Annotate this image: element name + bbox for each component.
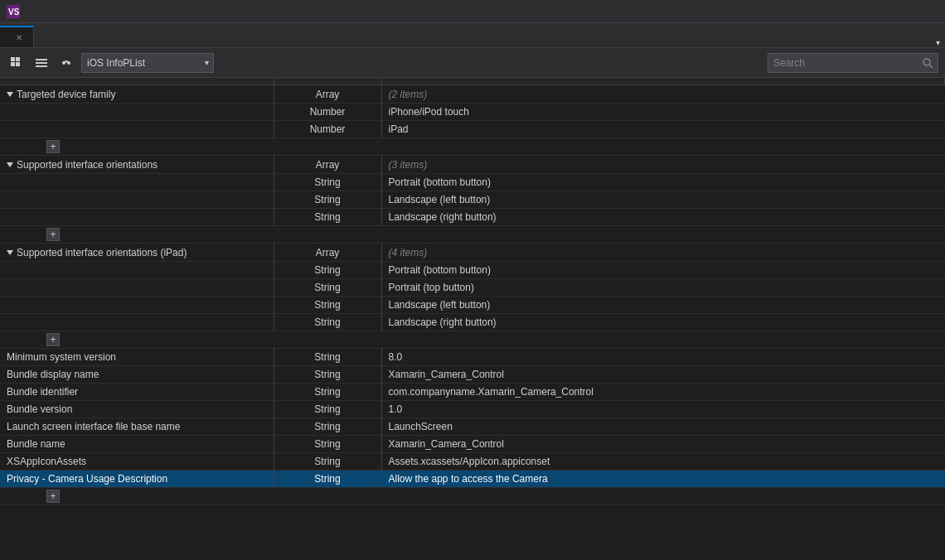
table-header-row <box>0 78 945 85</box>
tab-info-plist[interactable]: ✕ <box>0 26 34 47</box>
svg-rect-3 <box>16 57 20 61</box>
svg-rect-10 <box>67 61 70 65</box>
value-cell[interactable]: Portrait (top button) <box>381 279 945 297</box>
type-cell: String <box>274 401 381 418</box>
table-row[interactable]: StringLandscape (left button) <box>0 191 945 209</box>
value-cell[interactable]: 8.0 <box>381 349 945 366</box>
type-cell: String <box>274 418 381 436</box>
title-bar-left: VS <box>7 5 25 18</box>
value-cell[interactable]: iPad <box>381 121 945 138</box>
category-select-wrapper[interactable]: iOS InfoPList <box>81 53 214 73</box>
table-row[interactable]: Targeted device familyArray(2 items) <box>0 85 945 104</box>
array-count-label: (4 items) <box>389 247 428 258</box>
tab-dropdown[interactable]: ▾ <box>931 38 945 47</box>
table-row[interactable]: StringPortrait (bottom button) <box>0 174 945 191</box>
table-row[interactable]: StringPortrait (top button) <box>0 279 945 297</box>
type-cell: Array <box>274 156 381 174</box>
expand-toggle[interactable]: Supported interface orientations (iPad) <box>7 247 187 258</box>
value-cell[interactable]: 1.0 <box>381 401 945 418</box>
property-label: Bundle display name <box>7 369 99 380</box>
type-cell: String <box>274 297 381 314</box>
add-item-button[interactable]: + <box>46 228 60 241</box>
svg-text:VS: VS <box>8 7 20 17</box>
table-row[interactable]: StringLandscape (left button) <box>0 297 945 314</box>
vs-logo-icon: VS <box>7 5 20 18</box>
value-cell[interactable]: Allow the app to access the Camera <box>381 471 945 488</box>
type-cell: String <box>274 384 381 401</box>
expand-toggle[interactable]: Targeted device family <box>7 89 115 100</box>
type-cell: Number <box>274 104 381 121</box>
table-row[interactable]: Bundle nameStringXamarin_Camera_Control <box>0 436 945 453</box>
table-row[interactable]: StringLandscape (right button) <box>0 314 945 331</box>
toolbar-btn-1[interactable] <box>7 53 27 73</box>
type-cell: String <box>274 174 381 191</box>
table-row[interactable]: Supported interface orientationsArray(3 … <box>0 156 945 174</box>
table-row[interactable]: Launch screen interface file base nameSt… <box>0 418 945 436</box>
type-cell: String <box>274 262 381 279</box>
add-item-button[interactable]: + <box>46 490 60 503</box>
value-cell[interactable]: LaunchScreen <box>381 418 945 436</box>
type-cell: Array <box>274 244 381 262</box>
table-row[interactable]: Minimum system versionString8.0 <box>0 349 945 366</box>
table-row: + <box>0 331 945 349</box>
table-row[interactable]: Bundle display nameStringXamarin_Camera_… <box>0 366 945 384</box>
tab-close-button[interactable]: ✕ <box>13 31 25 43</box>
table-row[interactable]: Bundle identifierStringcom.companyname.X… <box>0 384 945 401</box>
add-item-button[interactable]: + <box>46 140 60 153</box>
svg-rect-9 <box>62 61 65 65</box>
value-cell[interactable]: Landscape (right button) <box>381 314 945 331</box>
search-input[interactable] <box>768 57 918 69</box>
table-row[interactable]: StringLandscape (right button) <box>0 209 945 226</box>
value-cell[interactable]: com.companyname.Xamarin_Camera_Control <box>381 384 945 401</box>
search-icon[interactable] <box>918 53 938 73</box>
array-count-label: (3 items) <box>389 159 428 171</box>
value-cell[interactable]: Portrait (bottom button) <box>381 174 945 191</box>
minimize-button[interactable] <box>869 0 892 23</box>
value-cell[interactable]: Assets.xcassets/AppIcon.appiconset <box>381 453 945 471</box>
list-icon <box>35 56 48 70</box>
property-label: XSAppIconAssets <box>7 456 86 467</box>
value-cell[interactable]: iPhone/iPod touch <box>381 104 945 121</box>
tab-overflow-icon: ▾ <box>936 38 940 47</box>
table-row[interactable]: NumberiPhone/iPod touch <box>0 104 945 121</box>
table-row[interactable]: XSAppIconAssetsStringAssets.xcassets/App… <box>0 453 945 471</box>
category-select[interactable]: iOS InfoPList <box>81 53 214 73</box>
table-row[interactable]: Bundle versionString1.0 <box>0 401 945 418</box>
header-value <box>381 78 945 85</box>
collapse-icon <box>7 162 13 167</box>
value-cell[interactable]: Landscape (right button) <box>381 209 945 226</box>
toolbar-btn-3[interactable] <box>56 53 76 73</box>
value-cell[interactable]: Xamarin_Camera_Control <box>381 436 945 453</box>
close-button[interactable] <box>915 0 938 23</box>
svg-rect-8 <box>36 65 47 67</box>
svg-line-12 <box>929 65 933 68</box>
search-box[interactable] <box>768 53 938 73</box>
toolbar-btn-2[interactable] <box>32 53 51 73</box>
property-label: Targeted device family <box>17 89 115 100</box>
value-cell[interactable]: Landscape (left button) <box>381 191 945 209</box>
maximize-button[interactable] <box>892 0 915 23</box>
expand-toggle[interactable]: Supported interface orientations <box>7 159 158 171</box>
property-label: Privacy - Camera Usage Description <box>7 473 167 485</box>
value-cell: (2 items) <box>381 85 945 104</box>
header-property <box>0 78 274 85</box>
type-cell: Number <box>274 121 381 138</box>
type-cell: String <box>274 209 381 226</box>
type-cell: String <box>274 471 381 488</box>
value-cell[interactable]: Landscape (left button) <box>381 297 945 314</box>
toolbar: iOS InfoPList <box>0 48 945 78</box>
table-row[interactable]: NumberiPad <box>0 121 945 138</box>
table-row[interactable]: StringPortrait (bottom button) <box>0 262 945 279</box>
property-label: Bundle version <box>7 403 72 415</box>
selected-table-row[interactable]: Privacy - Camera Usage DescriptionString… <box>0 471 945 488</box>
type-cell: Array <box>274 85 381 104</box>
plist-table: Targeted device familyArray(2 items)Numb… <box>0 78 945 505</box>
type-cell: String <box>274 279 381 297</box>
table-row: + <box>0 226 945 244</box>
table-row: + <box>0 488 945 505</box>
add-item-button[interactable]: + <box>46 333 60 346</box>
table-row[interactable]: Supported interface orientations (iPad)A… <box>0 244 945 262</box>
value-cell[interactable]: Portrait (bottom button) <box>381 262 945 279</box>
value-cell[interactable]: Xamarin_Camera_Control <box>381 366 945 384</box>
link-icon <box>60 56 73 70</box>
